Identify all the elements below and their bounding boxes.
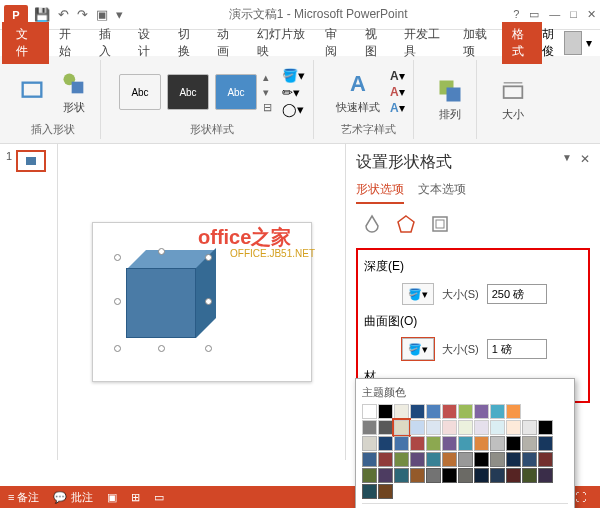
- close-icon[interactable]: ✕: [587, 8, 596, 21]
- ribbon-display-icon[interactable]: ▭: [529, 8, 539, 21]
- color-swatch[interactable]: [426, 404, 441, 419]
- view-normal-icon[interactable]: ▣: [107, 491, 117, 504]
- arrange-button[interactable]: 排列: [432, 75, 468, 124]
- style-preset-3[interactable]: Abc: [215, 74, 257, 110]
- tab-transitions[interactable]: 切换: [168, 22, 207, 64]
- tab-format[interactable]: 格式: [502, 22, 541, 64]
- contour-color-button[interactable]: 🪣▾: [402, 338, 434, 360]
- tab-animations[interactable]: 动画: [207, 22, 246, 64]
- view-reading-icon[interactable]: ▭: [154, 491, 164, 504]
- color-swatch[interactable]: [458, 420, 473, 435]
- color-swatch[interactable]: [490, 404, 505, 419]
- color-swatch[interactable]: [442, 468, 457, 483]
- cube-shape[interactable]: [118, 258, 208, 348]
- color-swatch[interactable]: [394, 452, 409, 467]
- undo-icon[interactable]: ↶: [58, 7, 69, 22]
- contour-size-input[interactable]: [487, 339, 547, 359]
- color-swatch[interactable]: [506, 452, 521, 467]
- color-swatch[interactable]: [426, 452, 441, 467]
- quick-styles-button[interactable]: A 快速样式: [332, 68, 384, 117]
- color-swatch[interactable]: [410, 404, 425, 419]
- color-swatch[interactable]: [362, 468, 377, 483]
- shape-fill-icon[interactable]: 🪣▾: [282, 68, 305, 83]
- tab-view[interactable]: 视图: [355, 22, 394, 64]
- shape-effects-icon[interactable]: ◯▾: [282, 102, 305, 117]
- tab-insert[interactable]: 插入: [89, 22, 128, 64]
- color-swatch[interactable]: [458, 452, 473, 467]
- tab-design[interactable]: 设计: [128, 22, 167, 64]
- color-swatch[interactable]: [378, 404, 393, 419]
- color-swatch[interactable]: [538, 420, 553, 435]
- color-swatch[interactable]: [362, 452, 377, 467]
- color-swatch[interactable]: [522, 420, 537, 435]
- color-swatch[interactable]: [474, 468, 489, 483]
- color-swatch[interactable]: [426, 420, 441, 435]
- color-swatch[interactable]: [378, 420, 393, 435]
- style-preset-1[interactable]: Abc: [119, 74, 161, 110]
- color-swatch[interactable]: [474, 404, 489, 419]
- edit-shape-button[interactable]: [14, 76, 50, 108]
- depth-size-input[interactable]: [487, 284, 547, 304]
- color-swatch[interactable]: [522, 452, 537, 467]
- color-swatch[interactable]: [442, 436, 457, 451]
- color-swatch[interactable]: [522, 468, 537, 483]
- color-swatch[interactable]: [394, 420, 409, 435]
- color-swatch[interactable]: [458, 404, 473, 419]
- style-more-icon[interactable]: ▴▾⊟: [263, 71, 272, 114]
- tab-addins[interactable]: 加载项: [453, 22, 502, 64]
- color-swatch[interactable]: [490, 452, 505, 467]
- color-swatch[interactable]: [490, 420, 505, 435]
- color-swatch[interactable]: [378, 436, 393, 451]
- minimize-icon[interactable]: —: [549, 8, 560, 21]
- color-swatch[interactable]: [362, 420, 377, 435]
- effects-icon[interactable]: [396, 214, 416, 238]
- color-swatch[interactable]: [538, 436, 553, 451]
- tab-developer[interactable]: 开发工具: [394, 22, 453, 64]
- color-swatch[interactable]: [474, 420, 489, 435]
- color-swatch[interactable]: [458, 468, 473, 483]
- color-swatch[interactable]: [522, 436, 537, 451]
- color-swatch[interactable]: [442, 404, 457, 419]
- color-swatch[interactable]: [394, 404, 409, 419]
- file-tab[interactable]: 文件: [2, 22, 49, 64]
- color-swatch[interactable]: [362, 404, 377, 419]
- color-swatch[interactable]: [458, 436, 473, 451]
- pane-tab-text[interactable]: 文本选项: [418, 181, 466, 204]
- color-swatch[interactable]: [474, 436, 489, 451]
- pane-expand-icon[interactable]: ▼: [562, 152, 572, 163]
- color-swatch[interactable]: [538, 452, 553, 467]
- shape-outline-icon[interactable]: ✏▾: [282, 85, 305, 100]
- color-swatch[interactable]: [410, 436, 425, 451]
- pane-tab-shape[interactable]: 形状选项: [356, 181, 404, 204]
- color-swatch[interactable]: [442, 452, 457, 467]
- color-swatch[interactable]: [490, 468, 505, 483]
- color-swatch[interactable]: [506, 468, 521, 483]
- text-fill-icon[interactable]: A▾: [390, 69, 405, 83]
- start-slideshow-icon[interactable]: ▣: [96, 7, 108, 22]
- slide-canvas[interactable]: office之家 OFFICE.JB51.NET: [58, 144, 345, 460]
- pane-close-icon[interactable]: ✕: [580, 152, 590, 166]
- view-sorter-icon[interactable]: ⊞: [131, 491, 140, 504]
- color-swatch[interactable]: [362, 436, 377, 451]
- color-swatch[interactable]: [378, 468, 393, 483]
- text-outline-icon[interactable]: A▾: [390, 85, 405, 99]
- tab-home[interactable]: 开始: [49, 22, 88, 64]
- color-swatch[interactable]: [410, 452, 425, 467]
- user-account[interactable]: 胡俊 ▾: [542, 26, 600, 60]
- style-preset-2[interactable]: Abc: [167, 74, 209, 110]
- color-swatch[interactable]: [362, 484, 377, 499]
- depth-color-button[interactable]: 🪣▾: [402, 283, 434, 305]
- color-swatch[interactable]: [410, 420, 425, 435]
- comments-button[interactable]: 💬 批注: [53, 490, 92, 505]
- fit-to-window-icon[interactable]: ⛶: [575, 491, 586, 503]
- size-props-icon[interactable]: [430, 214, 450, 238]
- color-swatch[interactable]: [426, 468, 441, 483]
- color-swatch[interactable]: [378, 452, 393, 467]
- tab-review[interactable]: 审阅: [315, 22, 354, 64]
- color-swatch[interactable]: [490, 436, 505, 451]
- text-effects-icon[interactable]: A▾: [390, 101, 405, 115]
- color-swatch[interactable]: [394, 468, 409, 483]
- size-button[interactable]: 大小: [495, 75, 531, 124]
- user-dropdown-icon[interactable]: ▾: [586, 36, 592, 50]
- notes-button[interactable]: ≡ 备注: [8, 490, 39, 505]
